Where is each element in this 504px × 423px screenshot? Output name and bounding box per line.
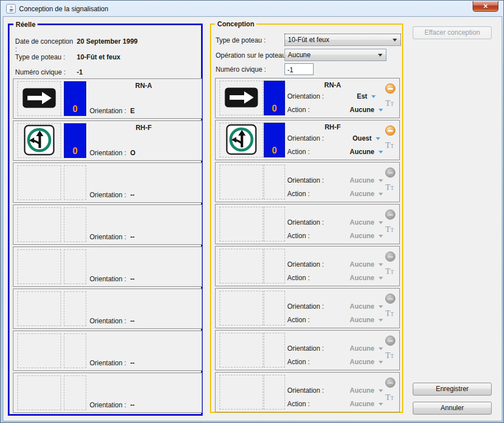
sign-count: 0 <box>64 104 86 114</box>
orientation-value: E <box>130 107 134 115</box>
remove-sign-button[interactable] <box>385 125 395 136</box>
sign-quantity-panel <box>264 249 285 283</box>
sign-image-box <box>220 165 263 199</box>
sign-quantity-panel[interactable]: 0 <box>264 81 285 115</box>
sign-image-box <box>17 333 61 368</box>
panel-reelle: Réelle Date de conception : 20 September… <box>8 24 203 416</box>
type-de-poteau-select[interactable]: 10-Fût et feux <box>284 34 401 46</box>
sign-image-box <box>220 123 263 157</box>
action-line: Action : Aucune <box>287 232 399 240</box>
minus-icon <box>388 256 393 258</box>
text-style-button[interactable]: TT <box>385 99 394 109</box>
sign-code: RH-F <box>89 124 198 132</box>
sign-slot: Orientation : Aucune Action : Aucune TT <box>215 330 400 370</box>
annuler-button[interactable]: Annuler <box>413 402 492 415</box>
orientation-label: Orientation : <box>90 401 126 409</box>
sign-quantity-panel <box>64 375 86 410</box>
sign-image-box <box>220 333 263 368</box>
tt-icon: T <box>385 99 390 108</box>
orientation-value: Aucune <box>349 261 374 268</box>
text-style-button: TT <box>385 351 394 361</box>
sign-slot: Orientation :-- <box>13 331 202 371</box>
text-style-button[interactable]: TT <box>385 141 394 151</box>
orientation-value: -- <box>130 233 134 241</box>
text-style-button: TT <box>385 393 394 403</box>
minus-icon <box>388 172 393 174</box>
sign-slot: Orientation : Aucune Action : Aucune TT <box>215 246 400 286</box>
action-value: Aucune <box>349 316 374 324</box>
chevron-down-icon <box>379 263 383 266</box>
action-line: Action : Aucune <box>287 358 399 366</box>
action-line: Action : Aucune <box>287 400 399 408</box>
orientation-value: Aucune <box>349 219 374 226</box>
minus-icon <box>388 130 393 132</box>
remove-sign-button <box>385 168 395 178</box>
orientation-line: Orientation : Aucune <box>287 219 399 226</box>
sign-list-reelle: 0 RN-A Orientation :E 0 RH-F Orientation… <box>13 78 202 415</box>
numero-civique-input[interactable] <box>284 63 314 75</box>
sign-slot: Orientation : Aucune Action : Aucune TT <box>215 204 400 244</box>
orientation-line: Orientation : Ouest <box>287 134 399 142</box>
orientation-value: Aucune <box>349 345 374 352</box>
sign-slot: 0 RH-F Orientation :O <box>13 120 202 161</box>
orientation-line: Orientation :-- <box>90 191 134 199</box>
action-value: Aucune <box>349 274 374 282</box>
sign-code: RN-A <box>286 81 379 89</box>
sign-quantity-panel <box>264 207 285 241</box>
sign-quantity-panel <box>264 291 285 326</box>
sign-image-box <box>17 123 61 158</box>
close-button[interactable]: ✕ <box>473 1 498 12</box>
chevron-down-icon <box>379 151 383 154</box>
action-value: Aucune <box>349 400 374 408</box>
remove-sign-button[interactable] <box>385 83 395 94</box>
operation-poteau-select[interactable]: Aucune <box>284 49 386 61</box>
chevron-down-icon <box>379 221 383 224</box>
action-value: Aucune <box>349 106 374 114</box>
chevron-down-icon <box>379 305 383 308</box>
dialog-content: Réelle Date de conception : 20 September… <box>3 16 502 421</box>
sign-count: 0 <box>264 146 284 156</box>
sign-slot: Orientation :-- <box>13 289 202 329</box>
sign-slot: Orientation :-- <box>13 204 202 245</box>
text-style-button: TT <box>385 309 394 319</box>
field-value: 20 September 1999 <box>77 38 138 53</box>
action-label: Action : <box>287 274 333 282</box>
sign-image-box <box>17 207 61 242</box>
orientation-label: Orientation : <box>90 149 126 157</box>
orientation-line: Orientation :-- <box>90 401 134 409</box>
sign-quantity-panel <box>64 249 86 284</box>
sign-image-box <box>220 207 263 241</box>
chevron-down-icon <box>378 54 382 57</box>
remove-sign-button <box>385 252 395 262</box>
tt-icon: T <box>385 141 390 150</box>
sign-quantity-panel: 0 <box>64 81 86 116</box>
field-label: Date de conception : <box>15 38 77 53</box>
orientation-value: -- <box>130 317 134 325</box>
orientation-value: O <box>130 149 135 157</box>
sign-slot: 0 RH-F Orientation : Ouest Action : Aucu… <box>215 120 400 160</box>
sign-quantity-panel[interactable]: 0 <box>264 123 285 157</box>
action-value: Aucune <box>349 148 374 156</box>
sign-image-box <box>220 249 263 283</box>
orientation-line: Orientation : Est <box>287 92 399 100</box>
tt-icon: T <box>385 225 390 234</box>
chevron-down-icon <box>376 137 380 140</box>
sign-quantity-panel <box>64 165 86 200</box>
enregistrer-button[interactable]: Enregistrer <box>413 383 492 396</box>
orientation-line: Orientation : Aucune <box>287 345 399 352</box>
action-label: Action : <box>287 106 333 114</box>
fork-left-sign-icon <box>226 124 257 157</box>
window-titlebar[interactable]: Conception de la signalisation ✕ <box>1 1 503 16</box>
sign-image-box <box>17 81 61 116</box>
sign-list-conception: 0 RN-A Orientation : Est Action : Aucune… <box>215 78 400 412</box>
action-label: Action : <box>287 316 333 324</box>
action-line: Action : Aucune <box>287 316 399 324</box>
action-value: Aucune <box>349 232 374 240</box>
orientation-label: Orientation : <box>287 92 333 100</box>
action-line: Action : Aucune <box>287 190 399 198</box>
orientation-line: Orientation :-- <box>90 233 134 241</box>
panel-conception: Conception Type de poteau : 10-Fût et fe… <box>210 24 403 413</box>
type-de-poteau-value: 10-Fût et feux <box>288 36 329 44</box>
remove-sign-button <box>385 378 395 388</box>
remove-sign-button <box>385 294 395 304</box>
